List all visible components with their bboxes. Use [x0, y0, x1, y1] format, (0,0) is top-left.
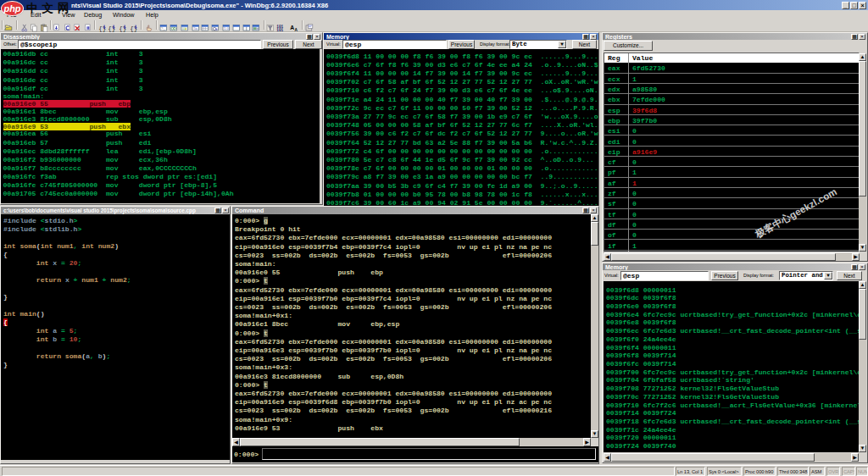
- svg-text:101: 101: [276, 28, 283, 32]
- svg-text:{}: {}: [98, 25, 106, 31]
- svg-text:{}: {}: [108, 25, 115, 31]
- svg-text:1.0: 1.0: [224, 26, 229, 30]
- svg-text:{}: {}: [119, 25, 126, 31]
- svg-text:5a: 5a: [193, 26, 198, 30]
- svg-text:>_: >_: [161, 26, 166, 30]
- svg-text:{}: {}: [130, 25, 137, 31]
- svg-text:A: A: [290, 25, 294, 30]
- svg-text:A: A: [294, 28, 298, 32]
